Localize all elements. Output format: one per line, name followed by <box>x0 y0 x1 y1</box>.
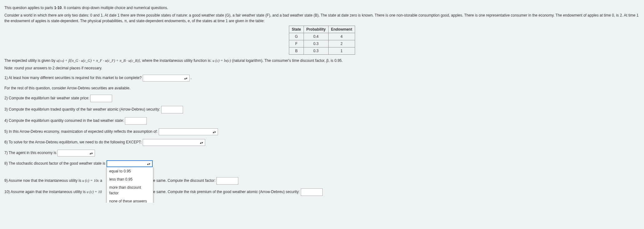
q5-select[interactable]: ▴▾ <box>159 128 218 135</box>
q9-formula: u (c) = 10c <box>82 178 99 183</box>
q2-line: 2) Compute the equilibrium fair weather … <box>4 95 640 102</box>
q7-select[interactable]: ▴▾ <box>57 150 95 157</box>
q6-select[interactable]: ▴▾ <box>143 139 205 146</box>
q7-line: 7) The agent in this economy is ▴▾ <box>4 150 640 157</box>
chevron-updown-icon: ▴▾ <box>90 151 93 156</box>
q8-option-equal[interactable]: equal to 0.95 <box>107 167 153 175</box>
q8-line: 8) The stochastic discount factor of the… <box>4 160 640 167</box>
intro-line-1: This question applies to parts 1-10. It … <box>4 5 640 11</box>
th-probability: Probability <box>304 26 328 33</box>
q10-formula: u (c) = 10 <box>87 190 102 194</box>
chevron-updown-icon: ▴▾ <box>213 130 216 134</box>
q6-line: 6) To solve for the Arrow-Debreu equilib… <box>4 139 640 146</box>
q6-text: 6) To solve for the Arrow-Debreu equilib… <box>4 140 141 144</box>
eu-formula-2: u (c) = ln(c) <box>212 58 231 63</box>
intro-leadin: This question applies to parts <box>4 6 54 10</box>
intro-scenario: Consider a world in which there are only… <box>4 12 640 24</box>
q8-select[interactable]: ▴▾ <box>107 160 153 167</box>
q1-text: 1) At least how many different securitie… <box>4 76 141 80</box>
eu-formula-1: u(c₀) + β[π_G · u(c_G) + π_F · u(c_F) + … <box>57 58 140 63</box>
q1-line: 1) At least how many different securitie… <box>4 75 640 82</box>
q10-input[interactable] <box>301 188 323 196</box>
intro-leadout: . It contains drop-down multiple choice … <box>62 6 168 10</box>
q8-dropdown-menu: equal to 0.95 less than 0.95 more than d… <box>107 167 153 203</box>
q4-text: 4) Compute the equilibrium quantity cons… <box>4 118 124 123</box>
q8-text: 8) The stochastic discount factor of the… <box>4 161 105 166</box>
q8-option-none[interactable]: none of these answers <box>107 197 153 203</box>
rest-note: For the rest of this question, consider … <box>4 85 640 91</box>
state-table: State Probability Endowment G 0.4 4 F 0.… <box>289 26 355 55</box>
q10-line: 10) Assume again that the instantaneous … <box>4 188 640 196</box>
table-header-row: State Probability Endowment <box>289 26 355 33</box>
q5-line: 5) In this Arrow-Debreu economy, maximiz… <box>4 128 640 135</box>
q8-option-more[interactable]: more than discount factor <box>107 183 153 197</box>
q3-text: 3) Compute the equilibrium traded quanti… <box>4 107 160 112</box>
chevron-updown-icon: ▴▾ <box>200 140 203 145</box>
table-row: G 0.4 4 <box>289 33 355 40</box>
chevron-updown-icon: ▴▾ <box>184 76 187 81</box>
table-row: F 0.3 2 <box>289 40 355 47</box>
intro-bold: 1-10 <box>54 6 62 10</box>
q9-input[interactable] <box>216 177 238 185</box>
q1-select[interactable]: ▴▾ <box>143 75 190 82</box>
chevron-updown-icon: ▴▾ <box>147 162 150 166</box>
q8-option-less[interactable]: less than 0.95 <box>107 175 153 183</box>
q9-line: 9) Assume now that the instantaneous uti… <box>4 177 640 185</box>
q4-input[interactable] <box>125 117 147 125</box>
q3-line: 3) Compute the equilibrium traded quanti… <box>4 106 640 113</box>
q7-text: 7) The agent in this economy is <box>4 151 57 155</box>
q4-line: 4) Compute the equilibrium quantity cons… <box>4 117 640 125</box>
q2-text: 2) Compute the equilibrium fair weather … <box>4 96 89 100</box>
q5-text: 5) In this Arrow-Debreu economy, maximiz… <box>4 129 158 134</box>
q3-input[interactable] <box>161 106 183 113</box>
expected-utility-line: The expected utility is given by u(c₀) +… <box>4 58 640 63</box>
th-state: State <box>289 26 304 33</box>
rounding-note: Note: round your answers to 2 decimal pl… <box>4 65 640 71</box>
q2-input[interactable] <box>90 95 112 102</box>
table-row: B 0.3 1 <box>289 47 355 55</box>
th-endowment: Endowment <box>328 26 355 33</box>
